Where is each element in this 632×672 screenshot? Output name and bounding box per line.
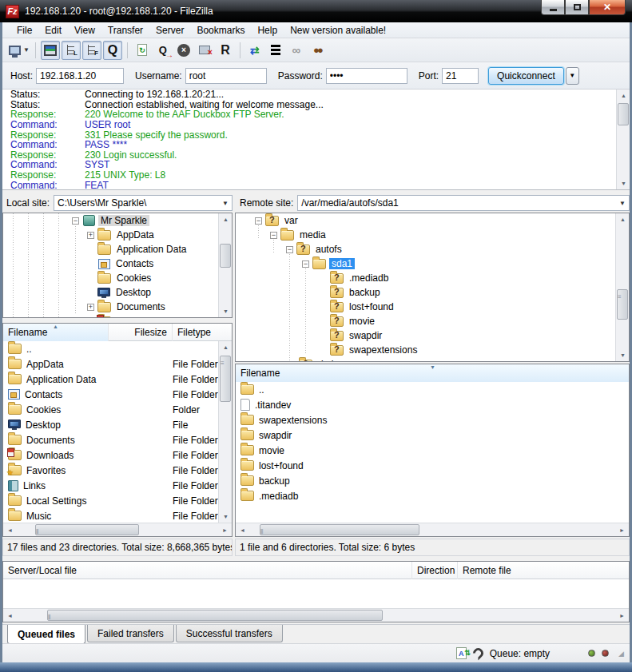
filename-filters-button[interactable]: ∞ <box>287 41 306 60</box>
cancel-button[interactable]: × <box>174 41 193 60</box>
file-row[interactable]: .titandev <box>236 397 629 412</box>
scroll-down-icon[interactable]: ▼ <box>219 305 233 317</box>
tree-item-contacts[interactable]: Contacts <box>3 256 232 271</box>
column-header-filesize[interactable]: Filesize <box>109 324 173 341</box>
menu-view[interactable]: View <box>68 23 101 38</box>
local-list-scrollbar[interactable]: ▲ ▼ ≡ <box>218 341 232 523</box>
username-input[interactable] <box>185 68 267 84</box>
queue-hscrollbar[interactable]: ◄ ► ⫴ <box>3 608 629 622</box>
menu-transfer[interactable]: Transfer <box>101 23 149 38</box>
file-row[interactable]: .. <box>236 382 629 397</box>
scroll-up-icon[interactable]: ▲ <box>617 89 630 101</box>
local-list-hscrollbar[interactable]: ◄ ► ⫴ <box>3 523 232 536</box>
tree-item-autofs[interactable]: −autofs <box>236 242 629 256</box>
site-manager-button[interactable]: ▼ <box>8 41 30 60</box>
tree-item-dvd[interactable]: dvd <box>236 357 629 362</box>
menu-server[interactable]: Server <box>149 23 190 38</box>
file-row[interactable]: MusicFile Folder <box>3 508 218 523</box>
scroll-up-icon[interactable]: ▲ <box>219 341 233 353</box>
tab-successful-transfers[interactable]: Successful transfers <box>176 625 283 642</box>
file-row[interactable]: Local SettingsFile Folder <box>3 493 218 508</box>
scroll-up-icon[interactable]: ▲ <box>616 213 630 225</box>
expand-icon[interactable]: + <box>87 232 94 239</box>
transfer-type-icon[interactable]: A <box>456 647 467 659</box>
reconnect-button[interactable]: R <box>216 41 235 60</box>
file-row[interactable]: backup <box>236 473 629 488</box>
column-header-filename[interactable]: Filename▲ <box>3 324 109 341</box>
file-row[interactable]: AppDataFile Folder <box>3 356 218 372</box>
toggle-local-tree-button[interactable]: L <box>62 41 81 60</box>
directory-comparison-button[interactable] <box>266 41 285 60</box>
file-search-button[interactable]: ●● <box>308 41 327 60</box>
tree-item-documents[interactable]: +Documents <box>3 300 232 314</box>
menu-new-version[interactable]: New version available! <box>284 23 392 38</box>
file-row[interactable]: movie <box>236 443 629 458</box>
local-site-combobox[interactable]: C:\Users\Mr Sparkle\▼ <box>54 195 233 211</box>
file-row[interactable]: .mediadb <box>236 488 629 503</box>
column-header-filename[interactable]: Filename▼ <box>236 364 629 382</box>
column-header-server-local-file[interactable]: Server/Local file <box>3 562 412 579</box>
tree-item-sda1[interactable]: −sda1 <box>236 256 629 271</box>
collapse-icon[interactable]: − <box>72 217 79 225</box>
file-row[interactable]: lost+found <box>236 458 629 473</box>
scroll-right-icon[interactable]: ► <box>218 524 232 536</box>
tree-item-appdata[interactable]: +AppData <box>3 228 232 242</box>
minimize-button[interactable] <box>541 0 565 15</box>
scroll-down-icon[interactable]: ▼ <box>616 349 630 361</box>
expand-icon[interactable]: + <box>87 304 94 311</box>
tree-item-desktop[interactable]: Desktop <box>3 285 232 300</box>
close-button[interactable]: ✕ <box>589 0 626 15</box>
collapse-icon[interactable]: − <box>302 260 309 268</box>
remote-tree-scrollbar[interactable]: ▲ ▼ ≡ <box>615 213 629 361</box>
port-input[interactable] <box>442 68 479 84</box>
listening-icon[interactable] <box>471 646 485 660</box>
menu-file[interactable]: File <box>10 23 38 38</box>
tab-failed-transfers[interactable]: Failed transfers <box>87 625 174 642</box>
file-row[interactable]: DocumentsFile Folder <box>3 432 218 447</box>
tree-item-mediadb[interactable]: .mediadb <box>236 271 629 285</box>
tree-item-backup[interactable]: backup <box>236 285 629 300</box>
scroll-down-icon[interactable]: ▼ <box>219 511 233 523</box>
scroll-left-icon[interactable]: ◄ <box>3 610 17 622</box>
remote-list-hscrollbar[interactable]: ◄ ► ⫴ <box>236 523 629 536</box>
process-queue-button[interactable]: Q→ <box>153 41 173 60</box>
file-row[interactable]: CookiesFolder <box>3 402 218 417</box>
tree-item-movie[interactable]: movie <box>236 314 629 328</box>
host-input[interactable] <box>36 68 124 84</box>
password-input[interactable] <box>326 68 407 84</box>
maximize-button[interactable] <box>565 0 589 15</box>
file-row[interactable]: LinksFile Folder <box>3 478 218 493</box>
file-row[interactable]: .. <box>3 341 218 356</box>
menu-edit[interactable]: Edit <box>38 23 68 38</box>
toggle-log-button[interactable] <box>41 41 60 60</box>
file-row[interactable]: Application DataFile Folder <box>3 372 218 387</box>
tree-item-downloads[interactable]: +Downloads <box>3 314 232 318</box>
tree-item-swapextensions[interactable]: swapextensions <box>236 343 629 357</box>
scroll-up-icon[interactable]: ▲ <box>219 213 233 225</box>
resize-grip[interactable]: ◢ <box>618 650 625 658</box>
collapse-icon[interactable]: − <box>286 246 293 253</box>
tree-item-mr-sparkle[interactable]: −Mr Sparkle <box>3 213 232 228</box>
menu-help[interactable]: Help <box>251 23 284 38</box>
column-header-filetype[interactable]: Filetype <box>173 324 220 341</box>
scroll-right-icon[interactable]: ► <box>615 610 629 622</box>
remote-site-combobox[interactable]: /var/media/autofs/sda1▼ <box>297 195 630 211</box>
refresh-button[interactable]: ↻ <box>133 41 152 60</box>
file-row[interactable]: swapdir <box>236 427 629 443</box>
tree-item-swapdir[interactable]: swapdir <box>236 328 629 343</box>
expand-icon[interactable]: + <box>87 318 94 319</box>
file-row[interactable]: DesktopFile <box>3 417 218 432</box>
scroll-right-icon[interactable]: ► <box>615 524 629 536</box>
tab-queued-files[interactable]: Queued files <box>7 625 85 644</box>
toggle-queue-button[interactable]: Q <box>103 41 122 60</box>
quickconnect-dropdown-button[interactable]: ▼ <box>566 67 579 85</box>
tree-item-var[interactable]: −var <box>236 213 629 228</box>
column-header-direction[interactable]: Direction <box>412 562 458 579</box>
quickconnect-button[interactable]: Quickconnect <box>488 67 564 85</box>
scroll-down-icon[interactable]: ▼ <box>617 177 630 189</box>
file-row[interactable]: ContactsFile Folder <box>3 387 218 402</box>
tree-item-cookies[interactable]: Cookies <box>3 271 232 285</box>
sync-browsing-button[interactable]: ⇄ <box>245 41 264 60</box>
scroll-left-icon[interactable]: ◄ <box>236 524 249 536</box>
tree-item-application-data[interactable]: Application Data <box>3 242 232 256</box>
